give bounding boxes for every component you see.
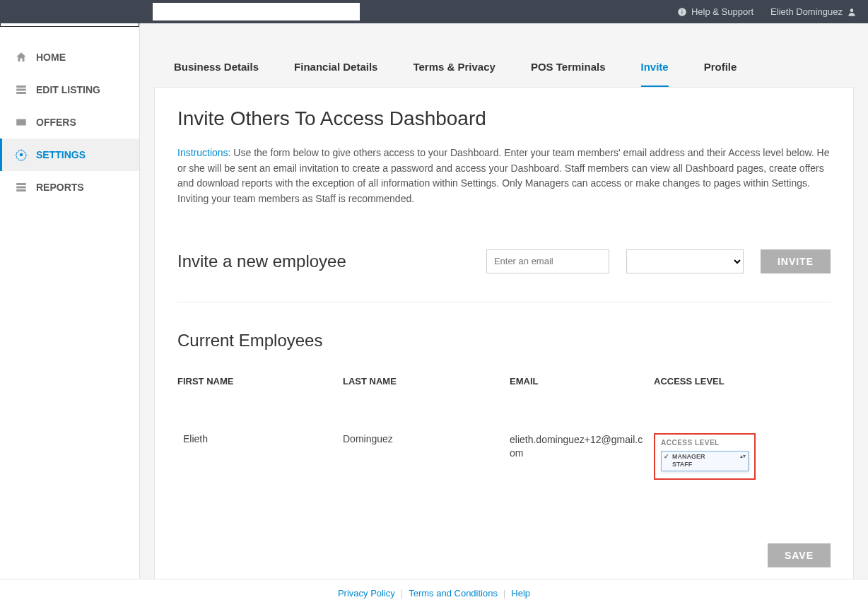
search-input[interactable] [153, 3, 360, 20]
invite-card: Invite Others To Access Dashboard Instru… [154, 87, 854, 596]
svg-point-5 [20, 153, 23, 157]
sidebar-item-edit-listing[interactable]: EDIT LISTING [0, 73, 139, 106]
user-name: Elieth Dominguez [770, 6, 843, 17]
access-popup-select[interactable]: ▴▾ ✓MANAGER STAFF [661, 451, 749, 471]
sidebar-item-label: OFFERS [36, 117, 76, 128]
help-support-label: Help & Support [691, 6, 753, 17]
footer-help-link[interactable]: Help [511, 588, 530, 599]
instructions-body: Use the form below to give others access… [177, 147, 829, 204]
employees-heading: Current Employees [177, 331, 831, 350]
topbar: i Help & Support Elieth Dominguez [0, 0, 868, 23]
footer-separator: | [401, 588, 403, 599]
table-header: FIRST NAME LAST NAME EMAIL ACCESS LEVEL [177, 370, 831, 392]
svg-point-11 [850, 8, 854, 12]
tab-invite[interactable]: Invite [641, 61, 669, 87]
access-level-select[interactable] [626, 249, 744, 273]
check-icon: ✓ [664, 453, 669, 461]
cell-email: elieth.dominguez+12@gmail.com [510, 433, 654, 461]
sidebar-item-label: SETTINGS [36, 149, 86, 160]
sidebar: BEST OF CITY HOME EDIT LISTING OFFERS SE… [0, 0, 140, 579]
col-access-level: ACCESS LEVEL [654, 376, 795, 387]
tab-pos-terminals[interactable]: POS Terminals [531, 61, 606, 87]
col-last-name: LAST NAME [343, 376, 510, 387]
sidebar-item-settings[interactable]: SETTINGS [0, 139, 139, 171]
footer-terms-link[interactable]: Terms and Conditions [409, 588, 498, 599]
employees-section: Current Employees FIRST NAME LAST NAME E… [177, 331, 831, 501]
home-icon [15, 51, 28, 64]
svg-rect-3 [16, 92, 26, 94]
list-icon [15, 83, 28, 96]
page-title: Invite Others To Access Dashboard [177, 107, 831, 130]
settings-tabs: Business Details Financial Details Terms… [140, 47, 868, 87]
instructions-label: Instructions: [177, 147, 230, 158]
svg-text:i: i [681, 8, 683, 15]
col-first-name: FIRST NAME [177, 376, 343, 387]
sidebar-item-label: EDIT LISTING [36, 84, 100, 95]
svg-rect-6 [16, 183, 26, 185]
cell-first-name: Elieth [177, 433, 343, 444]
svg-rect-7 [16, 187, 26, 189]
employees-table: FIRST NAME LAST NAME EMAIL ACCESS LEVEL … [177, 370, 831, 501]
sidebar-item-home[interactable]: HOME [0, 41, 139, 73]
updown-icon: ▴▾ [740, 453, 746, 459]
access-option-staff[interactable]: STAFF [664, 461, 746, 469]
instructions-text: Instructions: Use the form below to give… [177, 146, 831, 207]
table-row: Elieth Dominguez elieth.dominguez+12@gma… [177, 392, 831, 501]
invite-button[interactable]: INVITE [761, 249, 831, 273]
gear-icon [15, 148, 28, 161]
sidebar-item-offers[interactable]: OFFERS [0, 106, 139, 139]
user-menu[interactable]: Elieth Dominguez [770, 6, 857, 17]
invite-row: Invite a new employee INVITE [177, 249, 831, 302]
user-icon [847, 7, 857, 17]
footer-separator: | [503, 588, 505, 599]
access-option-manager[interactable]: ✓MANAGER [664, 453, 740, 461]
access-option-label: STAFF [672, 461, 692, 469]
svg-rect-1 [16, 86, 26, 88]
reports-icon [15, 181, 28, 194]
help-support-link[interactable]: i Help & Support [677, 6, 753, 17]
tag-icon [15, 116, 28, 129]
tab-profile[interactable]: Profile [704, 61, 737, 87]
invite-heading: Invite a new employee [177, 252, 469, 271]
svg-rect-4 [16, 119, 26, 126]
sidebar-item-label: REPORTS [36, 182, 84, 193]
cell-access-level: ACCESS LEVEL ▴▾ ✓MANAGER STAFF [654, 433, 795, 480]
svg-rect-2 [16, 89, 26, 91]
info-icon: i [677, 7, 687, 17]
save-row: SAVE [177, 543, 831, 567]
sidebar-nav: HOME EDIT LISTING OFFERS SETTINGS REPORT… [0, 27, 139, 204]
footer-privacy-link[interactable]: Privacy Policy [338, 588, 395, 599]
tab-terms-privacy[interactable]: Terms & Privacy [413, 61, 495, 87]
main: Business Details Financial Details Terms… [140, 23, 868, 596]
sidebar-item-reports[interactable]: REPORTS [0, 171, 139, 204]
tab-business-details[interactable]: Business Details [174, 61, 259, 87]
tab-financial-details[interactable]: Financial Details [294, 61, 377, 87]
access-popup-title: ACCESS LEVEL [661, 439, 749, 447]
save-button[interactable]: SAVE [768, 543, 831, 567]
footer: Privacy Policy | Terms and Conditions | … [0, 579, 868, 607]
access-option-label: MANAGER [672, 453, 705, 461]
email-field[interactable] [486, 249, 609, 273]
sidebar-item-label: HOME [36, 52, 66, 63]
col-email: EMAIL [510, 376, 654, 387]
topbar-right: i Help & Support Elieth Dominguez [677, 6, 857, 17]
access-level-popup[interactable]: ACCESS LEVEL ▴▾ ✓MANAGER STAFF [654, 433, 756, 480]
cell-last-name: Dominguez [343, 433, 510, 444]
svg-rect-8 [16, 189, 26, 191]
